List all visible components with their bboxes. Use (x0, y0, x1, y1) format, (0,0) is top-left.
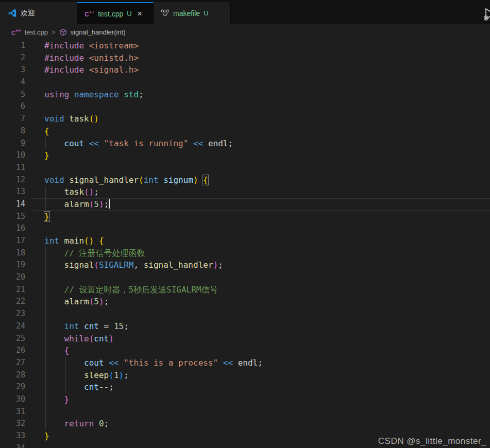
code-line[interactable]: 14 alarm(5); (0, 198, 490, 211)
vscode-window: 欢迎 C++ test.cpp U × makefile U (0, 0, 490, 448)
code-line[interactable]: 15} (0, 211, 490, 223)
watermark: CSDN @s_little_monster_ (378, 436, 486, 446)
code-line[interactable]: 5using namespace std; (0, 89, 490, 101)
git-untracked-badge: U (204, 9, 208, 17)
indent-guide (45, 284, 46, 296)
code-line[interactable]: 28 sleep(1); (0, 369, 490, 382)
code-line[interactable]: 8{ (0, 125, 490, 137)
line-number: 11 (0, 162, 32, 174)
code-line[interactable]: 25 while(cnt) (0, 333, 490, 345)
code-line[interactable]: 19 signal(SIGALRM, signal_handler); (0, 259, 490, 271)
code-line[interactable]: 13 task(); (0, 186, 490, 198)
line-number: 2 (0, 52, 32, 64)
code-line-content: cout << "this is a process" << endl; (44, 357, 490, 369)
code-line-content: #include <iostream> (44, 40, 490, 52)
cpp-file-icon: C++ (85, 10, 94, 18)
gnu-make-icon (161, 9, 170, 18)
code-line[interactable]: 10} (0, 149, 490, 162)
tab-welcome-label: 欢迎 (21, 9, 35, 18)
code-line[interactable]: 1#include <iostream> (0, 40, 490, 52)
breadcrumb-file[interactable]: test.cpp (24, 28, 48, 36)
code-line-content: #include <unistd.h> (44, 52, 490, 64)
code-line[interactable]: 20 (0, 271, 490, 284)
code-lines: 1#include <iostream>2#include <unistd.h>… (0, 40, 490, 448)
code-line[interactable]: 22 alarm(5); (0, 296, 490, 308)
line-number: 12 (0, 174, 32, 186)
indent-guide (45, 406, 46, 418)
code-line-content: void task() (44, 113, 490, 125)
indent-guide (45, 333, 46, 345)
code-line[interactable]: 31 (0, 406, 490, 418)
code-line-content: #include <signal.h> (44, 64, 490, 76)
indent-guide (45, 198, 46, 211)
breadcrumb: C++ test.cpp > signal_handler(int) (0, 24, 490, 40)
line-number: 14 (0, 198, 32, 211)
code-line[interactable]: 12void signal_handler(int signum) { (0, 174, 490, 186)
indent-guide (65, 381, 66, 393)
code-line[interactable]: 11 (0, 162, 490, 174)
tab-makefile[interactable]: makefile U (154, 2, 231, 24)
line-number: 31 (0, 406, 32, 418)
code-line[interactable]: 21 // 设置定时器，5秒后发送SIGALRM信号 (0, 284, 490, 296)
line-number: 7 (0, 113, 32, 125)
indent-guide (65, 357, 66, 369)
code-line[interactable]: 3#include <signal.h> (0, 64, 490, 76)
line-number: 34 (0, 442, 32, 448)
line-number: 13 (0, 186, 32, 198)
indent-guide (45, 381, 46, 393)
line-number: 1 (0, 40, 32, 52)
code-line[interactable]: 2#include <unistd.h> (0, 52, 490, 64)
indent-guide (45, 344, 46, 357)
code-editor[interactable]: 1#include <iostream>2#include <unistd.h>… (0, 40, 490, 448)
indent-guide (45, 137, 46, 150)
indent-guide (45, 247, 46, 260)
line-number: 20 (0, 271, 32, 284)
line-number: 9 (0, 137, 32, 150)
code-line-content (44, 162, 490, 174)
breadcrumb-symbol[interactable]: signal_handler(int) (71, 28, 126, 36)
line-number: 21 (0, 284, 32, 296)
code-line[interactable]: 17int main() { (0, 235, 490, 247)
code-line[interactable]: 27 cout << "this is a process" << endl; (0, 357, 490, 369)
code-line-content (44, 271, 490, 284)
line-number: 6 (0, 100, 32, 113)
code-line-content: { (44, 344, 490, 357)
run-file-button[interactable] (481, 6, 490, 22)
tab-test-cpp[interactable]: C++ test.cpp U × (77, 2, 154, 24)
code-line[interactable]: 26 { (0, 344, 490, 357)
indent-guide (45, 186, 46, 198)
code-line[interactable]: 7void task() (0, 113, 490, 125)
line-number: 30 (0, 393, 32, 406)
indent-guide (45, 271, 46, 284)
line-number: 4 (0, 76, 32, 89)
tab-welcome[interactable]: 欢迎 (0, 2, 77, 24)
indent-guide (45, 393, 46, 406)
code-line[interactable]: 9 cout << "task is running" << endl; (0, 137, 490, 150)
code-line[interactable]: 23 (0, 308, 490, 320)
line-number: 19 (0, 259, 32, 271)
close-icon[interactable]: × (138, 10, 142, 18)
code-line-content: cnt--; (44, 381, 490, 393)
code-line[interactable]: 32 return 0; (0, 418, 490, 430)
indent-guide (45, 308, 46, 320)
code-line-content: } (44, 149, 490, 162)
line-number: 25 (0, 333, 32, 345)
code-line-content: while(cnt) (44, 333, 490, 345)
chevron-right-icon: > (52, 28, 56, 36)
code-line[interactable]: 16 (0, 222, 490, 235)
code-line[interactable]: 6 (0, 100, 490, 113)
code-line[interactable]: 18 // 注册信号处理函数 (0, 247, 490, 260)
code-line[interactable]: 24 int cnt = 15; (0, 320, 490, 333)
code-line-content (44, 100, 490, 113)
code-line-content: task(); (44, 186, 490, 198)
line-number: 16 (0, 222, 32, 235)
line-number: 27 (0, 357, 32, 369)
code-line[interactable]: 30 } (0, 393, 490, 406)
code-line-content: // 注册信号处理函数 (44, 247, 490, 260)
code-line-content: signal(SIGALRM, signal_handler); (44, 259, 490, 271)
line-number: 24 (0, 320, 32, 333)
line-number: 23 (0, 308, 32, 320)
code-line[interactable]: 29 cnt--; (0, 381, 490, 393)
code-line-content: } (44, 211, 490, 223)
code-line[interactable]: 4 (0, 76, 490, 89)
